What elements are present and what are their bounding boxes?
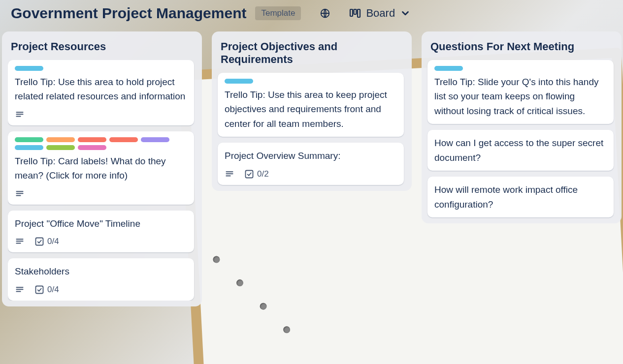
label-pill[interactable] [46,137,75,142]
description-icon [15,110,25,120]
svg-rect-18 [226,171,233,172]
label-pill[interactable] [141,137,169,142]
svg-rect-19 [226,173,233,174]
label-pill[interactable] [78,137,106,142]
list: Project ResourcesTrello Tip: Use this ar… [2,31,202,306]
card[interactable]: How can I get access to the super secret… [427,130,614,171]
cards-container[interactable]: Trello Tip: Use this area to hold projec… [8,60,196,301]
svg-rect-15 [16,289,24,290]
card-text: How will remote work impact office confi… [434,182,607,212]
card-badges [15,189,187,199]
label-pill[interactable] [109,137,138,142]
card[interactable]: Project "Office Move" Timeline0/4 [8,211,194,252]
svg-rect-14 [16,287,24,288]
svg-rect-17 [36,286,43,293]
svg-rect-21 [246,170,253,178]
board-title[interactable]: Government Project Management [11,5,246,22]
card-labels [225,79,397,84]
checklist-count: 0/4 [47,237,59,246]
checklist-badge: 0/4 [34,285,59,295]
card-text: Trello Tip: Slide your Q's into this han… [434,75,607,118]
card-labels [15,137,187,150]
checklist-badge: 0/2 [244,169,269,179]
svg-rect-3 [358,9,360,17]
checklist-count: 0/2 [257,169,269,179]
card-text: Stakeholders [15,264,187,278]
svg-rect-10 [16,239,24,240]
card-badges: 0/4 [15,237,187,246]
svg-rect-11 [16,241,24,242]
svg-rect-9 [16,195,21,196]
board-canvas[interactable]: Project ResourcesTrello Tip: Use this ar… [0,31,623,306]
cards-container[interactable]: Trello Tip: Slide your Q's into this han… [427,60,616,217]
card[interactable]: Trello Tip: Use this area to keep projec… [218,73,404,137]
description-icon [15,285,25,295]
list: Project Objectives and RequirementsTrell… [212,31,412,191]
card[interactable]: Trello Tip: Use this area to hold projec… [8,60,194,125]
cards-container[interactable]: Trello Tip: Use this area to keep projec… [218,73,406,185]
template-badge[interactable]: Template [255,6,301,20]
label-pill[interactable] [434,66,463,71]
card[interactable]: Trello Tip: Slide your Q's into this han… [427,60,614,124]
card-text: Trello Tip: Use this area to hold projec… [15,75,187,104]
card-text: How can I get access to the super secret… [434,136,607,165]
description-icon [15,189,25,199]
card-labels [15,66,187,71]
description-icon [15,237,25,246]
chevron-down-icon [400,8,411,19]
svg-rect-7 [16,191,24,192]
view-switcher[interactable]: Board [349,7,411,20]
svg-rect-6 [16,116,21,117]
card-badges [15,110,187,120]
board-header: Government Project Management Template B… [0,0,623,31]
checklist-count: 0/4 [47,285,59,295]
label-pill[interactable] [15,145,43,150]
description-icon [225,169,234,179]
svg-rect-2 [354,9,357,14]
svg-rect-13 [36,238,43,245]
svg-rect-5 [16,114,24,115]
label-pill[interactable] [15,66,43,71]
list-title[interactable]: Project Objectives and Requirements [218,38,406,73]
svg-rect-20 [226,175,231,176]
card-text: Trello Tip: Card labels! What do they me… [15,154,187,183]
view-label: Board [366,7,395,20]
card-badges: 0/2 [225,169,397,179]
label-pill[interactable] [46,145,75,150]
list-title[interactable]: Questions For Next Meeting [427,38,616,60]
board-view-icon [349,8,361,18]
card-text: Trello Tip: Use this area to keep projec… [225,88,397,131]
label-pill[interactable] [225,79,253,84]
list: Questions For Next MeetingTrello Tip: Sl… [422,31,622,223]
label-pill[interactable] [15,137,43,142]
card[interactable]: Stakeholders0/4 [8,258,194,300]
card-text: Project "Office Move" Timeline [15,216,187,231]
card[interactable]: Project Overview Summary:0/2 [218,143,404,184]
label-pill[interactable] [78,145,106,150]
svg-rect-8 [16,193,24,194]
svg-rect-12 [16,243,21,244]
card-labels [434,66,607,71]
card-text: Project Overview Summary: [225,149,397,163]
svg-rect-1 [350,9,353,16]
globe-icon[interactable] [320,8,330,19]
svg-rect-16 [16,291,21,292]
list-title[interactable]: Project Resources [8,38,196,60]
card-badges: 0/4 [15,285,187,295]
card[interactable]: Trello Tip: Card labels! What do they me… [8,131,194,205]
checklist-badge: 0/4 [34,237,59,246]
svg-rect-4 [16,112,24,113]
card[interactable]: How will remote work impact office confi… [427,177,614,217]
